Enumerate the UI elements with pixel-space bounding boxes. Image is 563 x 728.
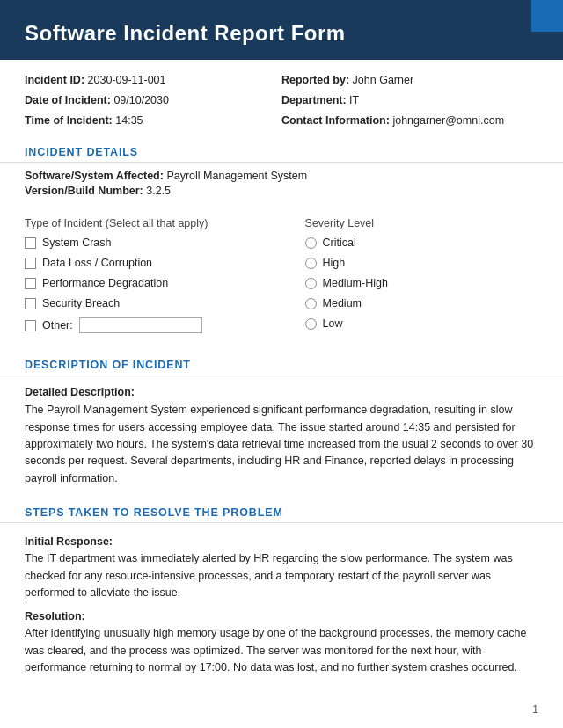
radio-circle-high[interactable]	[305, 258, 317, 269]
description-section: Detailed Description: The Payroll Manage…	[0, 386, 563, 487]
checkbox-other-row: Other:	[25, 317, 305, 333]
header: Software Incident Report Form	[0, 5, 563, 60]
time-label: Time of Incident:	[25, 114, 113, 127]
version-row: Version/Build Number: 3.2.5	[25, 185, 538, 197]
incident-id-label: Incident ID:	[25, 74, 84, 86]
checkbox-data-loss: Data Loss / Corruption	[25, 257, 305, 269]
radio-circle-low[interactable]	[305, 318, 317, 330]
type-col-header: Type of Incident (Select all that apply)	[25, 217, 305, 229]
radio-circle-medium-high[interactable]	[305, 278, 317, 289]
radio-label-high: High	[323, 257, 346, 269]
resolution-label: Resolution:	[25, 610, 538, 622]
checkbox-label-data-loss: Data Loss / Corruption	[42, 257, 152, 269]
checkbox-box-data-loss[interactable]	[25, 258, 36, 269]
initial-response-text: The IT department was immediately alerte…	[25, 550, 538, 601]
incident-details: Software/System Affected: Payroll Manage…	[0, 170, 563, 208]
checkbox-security: Security Breach	[25, 297, 305, 309]
software-label: Software/System Affected:	[25, 170, 164, 182]
incident-id-value: 2030-09-11-001	[88, 74, 166, 86]
checkbox-label-security: Security Breach	[42, 297, 120, 309]
contact-label: Contact Information:	[282, 114, 390, 127]
reported-by-label: Reported by:	[282, 74, 349, 86]
meta-section: Incident ID: 2030-09-11-001 Date of Inci…	[0, 60, 563, 141]
steps-section: Initial Response: The IT department was …	[0, 535, 563, 676]
checkbox-system-crash: System Crash	[25, 237, 305, 249]
radio-medium: Medium	[305, 297, 538, 309]
radio-label-critical: Critical	[323, 237, 356, 249]
description-text: The Payroll Management System experience…	[25, 402, 538, 487]
corner-decoration	[531, 0, 563, 32]
reported-by-row: Reported by: John Garner	[282, 72, 538, 89]
software-value: Payroll Management System	[166, 170, 307, 182]
department-row: Department: IT	[282, 92, 538, 109]
resolution-text: After identifying unusually high memory …	[25, 625, 538, 676]
radio-circle-critical[interactable]	[305, 237, 317, 249]
initial-response-label: Initial Response:	[25, 535, 538, 548]
radio-high: High	[305, 257, 538, 269]
radio-medium-high: Medium-High	[305, 277, 538, 289]
version-value: 3.2.5	[146, 185, 171, 197]
checkbox-other-label: Other:	[42, 319, 73, 331]
meta-right: Reported by: John Garner Department: IT …	[282, 72, 538, 132]
reported-by-value: John Garner	[353, 74, 413, 86]
radio-low: Low	[305, 317, 538, 330]
department-value: IT	[349, 94, 359, 106]
meta-left: Incident ID: 2030-09-11-001 Date of Inci…	[25, 72, 282, 132]
checkbox-box-security[interactable]	[25, 298, 36, 309]
radio-label-medium: Medium	[323, 297, 362, 309]
page-number: 1	[532, 703, 538, 716]
time-value: 14:35	[115, 114, 143, 127]
contact-value: johngarner@omni.com	[392, 114, 504, 127]
steps-section-title: STEPS TAKEN TO RESOLVE THE PROBLEM	[0, 501, 563, 523]
checkbox-label-system-crash: System Crash	[42, 237, 112, 249]
checkbox-performance: Performance Degradation	[25, 277, 305, 289]
checkbox-label-performance: Performance Degradation	[42, 277, 168, 289]
checkbox-box-performance[interactable]	[25, 278, 36, 289]
type-severity-grid: Type of Incident (Select all that apply)…	[0, 208, 563, 341]
date-value: 09/10/2030	[113, 94, 169, 106]
incident-details-title: INCIDENT DETAILS	[0, 141, 563, 163]
radio-critical: Critical	[305, 237, 538, 249]
version-label: Version/Build Number:	[25, 185, 143, 197]
date-row: Date of Incident: 09/10/2030	[25, 92, 282, 109]
contact-row: Contact Information: johngarner@omni.com	[282, 113, 538, 129]
checkbox-box-other[interactable]	[25, 320, 36, 331]
checkbox-box-system-crash[interactable]	[25, 237, 36, 249]
description-section-title: DESCRIPTION OF INCIDENT	[0, 353, 563, 375]
radio-label-medium-high: Medium-High	[323, 277, 388, 289]
software-row: Software/System Affected: Payroll Manage…	[25, 170, 538, 182]
radio-label-low: Low	[323, 317, 343, 330]
radio-circle-medium[interactable]	[305, 298, 317, 309]
time-row: Time of Incident: 14:35	[25, 113, 282, 129]
department-label: Department:	[282, 94, 347, 106]
other-input[interactable]	[79, 317, 202, 333]
severity-col: Severity Level Critical High Medium-High…	[305, 217, 538, 341]
description-sub-label: Detailed Description:	[25, 386, 538, 398]
page-title: Software Incident Report Form	[25, 21, 538, 46]
date-label: Date of Incident:	[25, 94, 111, 106]
type-col: Type of Incident (Select all that apply)…	[25, 217, 305, 341]
severity-col-header: Severity Level	[305, 217, 538, 229]
incident-id-row: Incident ID: 2030-09-11-001	[25, 72, 282, 89]
